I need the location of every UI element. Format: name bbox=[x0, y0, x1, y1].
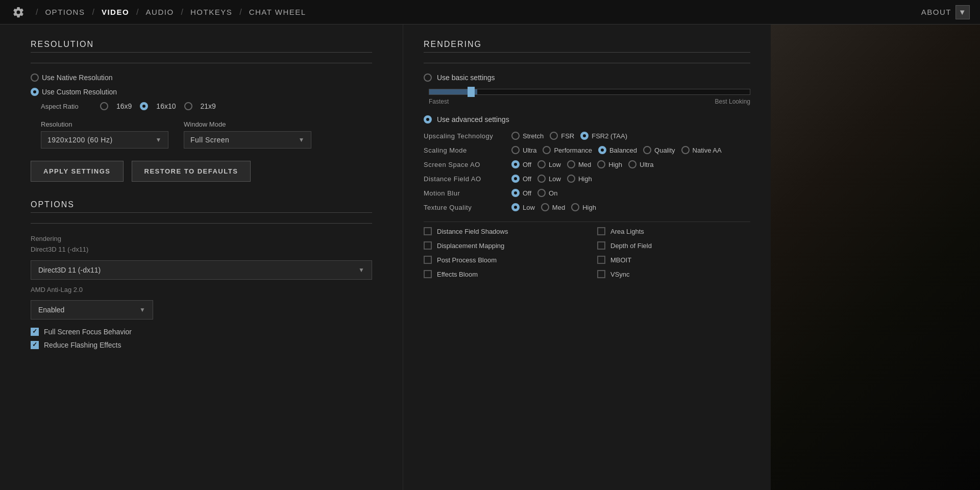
rendering-label: Rendering bbox=[31, 235, 61, 242]
screen-ao-off[interactable]: Off bbox=[511, 160, 531, 168]
depth-of-field-label: Depth of Field bbox=[610, 242, 652, 250]
post-process-bloom-checkbox[interactable] bbox=[424, 256, 432, 264]
area-lights-label: Area Lights bbox=[610, 228, 644, 235]
slider-thumb[interactable] bbox=[468, 87, 475, 97]
basic-settings-label: Use basic settings bbox=[437, 74, 495, 82]
anti-lag-dropdown[interactable]: Enabled ▼ bbox=[31, 300, 153, 320]
scaling-performance[interactable]: Performance bbox=[543, 146, 592, 154]
upscaling-fsr2-radio[interactable] bbox=[580, 132, 589, 140]
screen-ao-ultra[interactable]: Ultra bbox=[628, 160, 653, 168]
vsync-checkbox[interactable] bbox=[597, 270, 605, 278]
window-mode-value: Full Screen bbox=[190, 136, 229, 144]
scaling-nativeaa-label: Native AA bbox=[693, 146, 722, 154]
nav-hotkeys[interactable]: HOTKEYS bbox=[187, 6, 235, 18]
screen-ao-high[interactable]: High bbox=[597, 160, 622, 168]
aspect-16x9-radio[interactable] bbox=[100, 102, 108, 110]
screen-ao-low-radio[interactable] bbox=[537, 160, 546, 168]
texture-low-radio[interactable] bbox=[511, 203, 520, 211]
motion-blur-on-radio[interactable] bbox=[537, 189, 546, 197]
screen-ao-med-radio[interactable] bbox=[567, 160, 575, 168]
texture-low[interactable]: Low bbox=[511, 203, 535, 211]
checkbox-distance-field-shadows: Distance Field Shadows bbox=[424, 227, 577, 235]
about-area: ABOUT ▼ bbox=[921, 5, 970, 19]
about-label[interactable]: ABOUT bbox=[921, 8, 951, 16]
upscaling-stretch-radio[interactable] bbox=[511, 132, 520, 140]
upscaling-fsr2-label: FSR2 (TAA) bbox=[592, 132, 627, 140]
upscaling-fsr[interactable]: FSR bbox=[550, 132, 574, 140]
checkbox-post-process-bloom: Post Process Bloom bbox=[424, 256, 577, 264]
screen-ao-low[interactable]: Low bbox=[537, 160, 561, 168]
nav-options[interactable]: OPTIONS bbox=[42, 6, 88, 18]
upscaling-stretch[interactable]: Stretch bbox=[511, 132, 544, 140]
apply-settings-button[interactable]: APPLY SETTINGS bbox=[31, 161, 124, 182]
quality-slider-track[interactable] bbox=[429, 89, 750, 95]
motion-blur-on[interactable]: On bbox=[537, 189, 557, 197]
distance-field-shadows-checkbox[interactable] bbox=[424, 227, 432, 235]
distance-ao-low-radio[interactable] bbox=[537, 175, 546, 183]
scaling-ultra-radio[interactable] bbox=[511, 146, 520, 154]
nav-chat-wheel[interactable]: CHAT WHEEL bbox=[246, 6, 309, 18]
advanced-settings-label: Use advanced settings bbox=[437, 115, 509, 124]
upscaling-fsr-radio[interactable] bbox=[550, 132, 558, 140]
custom-resolution-radio[interactable] bbox=[31, 88, 39, 96]
checkbox-vsync: VSync bbox=[597, 270, 750, 278]
fullscreen-focus-checkbox[interactable] bbox=[31, 328, 39, 336]
screen-ao-ultra-radio[interactable] bbox=[628, 160, 636, 168]
reduce-flashing-checkbox[interactable] bbox=[31, 341, 39, 349]
nav-dropdown-button[interactable]: ▼ bbox=[955, 5, 970, 19]
slider-fastest-label: Fastest bbox=[429, 98, 449, 105]
scaling-balanced[interactable]: Balanced bbox=[598, 146, 637, 154]
effects-bloom-checkbox[interactable] bbox=[424, 270, 432, 278]
scaling-nativeaa-radio[interactable] bbox=[681, 146, 690, 154]
window-mode-dropdown[interactable]: Full Screen ▼ bbox=[184, 131, 311, 149]
checkbox-mboit: MBOIT bbox=[597, 256, 750, 264]
depth-of-field-checkbox[interactable] bbox=[597, 241, 605, 250]
top-nav: / OPTIONS / VIDEO / AUDIO / HOTKEYS / CH… bbox=[0, 0, 980, 24]
texture-high-radio[interactable] bbox=[571, 203, 579, 211]
texture-quality-options: Low Med High bbox=[511, 203, 596, 211]
basic-settings-radio[interactable] bbox=[424, 74, 432, 82]
texture-med[interactable]: Med bbox=[541, 203, 565, 211]
screen-ao-med[interactable]: Med bbox=[567, 160, 591, 168]
texture-med-radio[interactable] bbox=[541, 203, 549, 211]
vsync-label: VSync bbox=[610, 271, 630, 278]
distance-ao-off-radio[interactable] bbox=[511, 175, 520, 183]
screen-ao-off-radio[interactable] bbox=[511, 160, 520, 168]
nav-video[interactable]: VIDEO bbox=[99, 6, 132, 18]
distance-ao-low[interactable]: Low bbox=[537, 175, 561, 183]
scaling-nativeaa[interactable]: Native AA bbox=[681, 146, 722, 154]
scaling-performance-radio[interactable] bbox=[543, 146, 551, 154]
motion-blur-off-radio[interactable] bbox=[511, 189, 520, 197]
aspect-16x10-radio[interactable] bbox=[140, 102, 148, 110]
distance-ao-off[interactable]: Off bbox=[511, 175, 531, 183]
area-lights-checkbox[interactable] bbox=[597, 227, 605, 235]
left-panel: RESOLUTION Use Native Resolution Use Cus… bbox=[0, 24, 403, 490]
rendering-dropdown-value: Direct3D 11 (-dx11) bbox=[38, 266, 101, 274]
anti-lag-value: Enabled bbox=[38, 306, 64, 314]
scaling-quality[interactable]: Quality bbox=[643, 146, 675, 154]
scaling-ultra[interactable]: Ultra bbox=[511, 146, 536, 154]
displacement-mapping-checkbox[interactable] bbox=[424, 241, 432, 250]
restore-defaults-button[interactable]: RESTORE TO DEFAULTS bbox=[132, 161, 251, 182]
upscaling-fsr2[interactable]: FSR2 (TAA) bbox=[580, 132, 627, 140]
distance-ao-high-radio[interactable] bbox=[567, 175, 575, 183]
scaling-mode-row: Scaling Mode Ultra Performance Balanced … bbox=[424, 146, 750, 154]
screen-ao-high-radio[interactable] bbox=[597, 160, 605, 168]
distance-ao-row: Distance Field AO Off Low High bbox=[424, 175, 750, 183]
distance-ao-label: Distance Field AO bbox=[424, 175, 505, 183]
mboit-label: MBOIT bbox=[610, 256, 631, 264]
native-resolution-radio[interactable] bbox=[31, 74, 39, 82]
mboit-checkbox[interactable] bbox=[597, 256, 605, 264]
rendering-dropdown[interactable]: Direct3D 11 (-dx11) ▼ bbox=[31, 260, 372, 280]
scaling-balanced-radio[interactable] bbox=[598, 146, 606, 154]
motion-blur-off[interactable]: Off bbox=[511, 189, 531, 197]
distance-ao-high[interactable]: High bbox=[567, 175, 592, 183]
background-art bbox=[771, 24, 980, 490]
texture-high[interactable]: High bbox=[571, 203, 596, 211]
resolution-dropdown[interactable]: 1920x1200 (60 Hz) ▼ bbox=[41, 131, 168, 149]
aspect-21x9-radio[interactable] bbox=[184, 102, 192, 110]
nav-audio[interactable]: AUDIO bbox=[143, 6, 177, 18]
advanced-settings-radio[interactable] bbox=[424, 115, 432, 124]
scaling-quality-radio[interactable] bbox=[643, 146, 651, 154]
texture-quality-row: Texture Quality Low Med High bbox=[424, 203, 750, 211]
